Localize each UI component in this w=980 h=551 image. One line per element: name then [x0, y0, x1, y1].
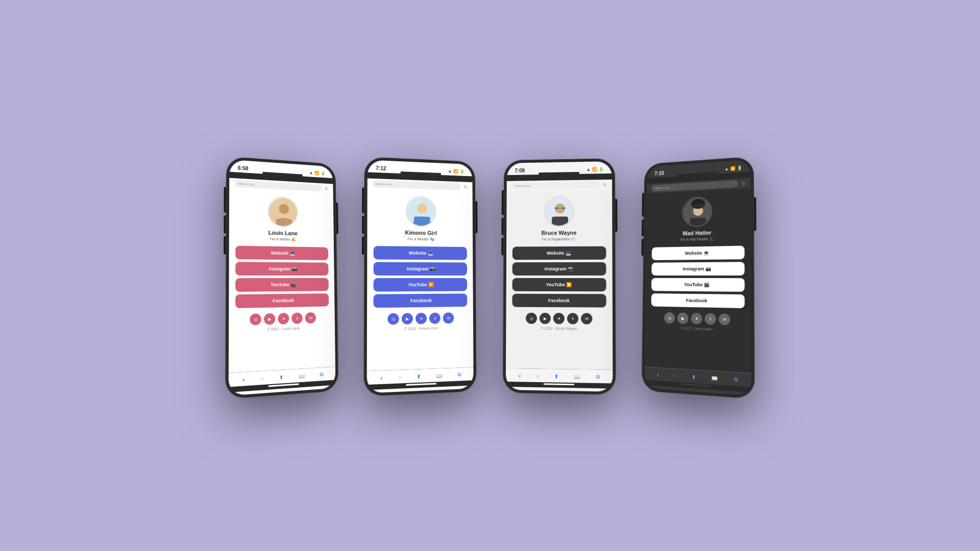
profile-name: Louis Lane [268, 230, 298, 236]
link-button-4[interactable]: Facebook [374, 293, 468, 308]
bookmarks-button[interactable]: 📖 [712, 375, 718, 381]
youtube-social-icon[interactable]: ▶ [677, 313, 689, 324]
volume-down-button[interactable] [224, 217, 226, 233]
link-button-1[interactable]: Website 💻 [652, 246, 745, 260]
volume-down-button[interactable] [501, 219, 503, 234]
phone-frame-4: 7:15 ▲ 📶 🔋 linktree.com ↻ [642, 156, 755, 399]
status-icons: ▲ 📶 🔋 [586, 167, 604, 171]
share-button[interactable]: ⬆ [279, 374, 283, 380]
home-indicator [544, 383, 574, 385]
share-button[interactable]: ⬆ [692, 374, 696, 380]
facebook-social-icon[interactable]: f [705, 313, 716, 325]
back-button[interactable]: ‹ [380, 373, 383, 382]
avatar-container [406, 196, 436, 227]
link-button-4[interactable]: Facebook [512, 294, 606, 308]
volume-up-button[interactable] [642, 203, 644, 217]
link-button-4[interactable]: Facebook [651, 293, 745, 308]
profile-content: Louis Lane I'm a Writer ✍️ Website 💻 Ins… [229, 188, 335, 373]
volume-down-button[interactable] [362, 217, 364, 233]
avatar-container [544, 196, 574, 227]
youtube-social-icon[interactable]: ▶ [540, 313, 551, 324]
refresh-icon[interactable]: ↻ [603, 182, 607, 187]
youtube-social-icon[interactable]: ▶ [402, 313, 413, 324]
avatar-container [268, 196, 298, 228]
mute-switch[interactable] [224, 187, 226, 197]
power-button[interactable] [754, 203, 756, 231]
forward-button[interactable]: › [261, 374, 263, 383]
phone-wrapper-2: 7:12 ▲ 📶 🔋 linktree.com ↻ [365, 158, 477, 393]
power-button[interactable] [615, 204, 617, 232]
link-button-3[interactable]: YouTube 🎬 [235, 278, 329, 292]
share-button[interactable]: ⬆ [416, 373, 421, 379]
email-social-icon[interactable]: ✉ [719, 313, 730, 325]
status-time: 7:15 [654, 170, 664, 176]
profile-name: Kimono Girl [405, 230, 437, 236]
profile-name: Bruce Wayne [542, 230, 577, 236]
link-button-3[interactable]: YouTube ⏺️ [512, 278, 606, 291]
power-button[interactable] [336, 207, 338, 234]
tabs-button[interactable]: ⧉ [457, 371, 461, 378]
email-social-icon[interactable]: ✉ [305, 312, 316, 323]
facebook-social-icon[interactable]: f [567, 313, 578, 324]
phone-wrapper-3: 7:08 ▲ 📶 🔋 linktree.com ↻ [503, 158, 615, 393]
twitter-social-icon[interactable]: ✦ [691, 313, 702, 324]
volume-up-button[interactable] [362, 198, 364, 213]
phone-wrapper-1: 6:58 ▲ 📶 🔋 linktree.com ↻ [227, 158, 339, 393]
volume-up-button[interactable] [224, 197, 226, 213]
share-button[interactable]: ⬆ [554, 373, 558, 379]
power-button[interactable] [475, 206, 477, 233]
instagram-social-icon[interactable]: ◎ [387, 313, 399, 325]
forward-button[interactable]: › [399, 373, 401, 382]
facebook-social-icon[interactable]: f [291, 313, 303, 324]
link-button-3[interactable]: YouTube ▶️ [374, 278, 468, 292]
link-button-3[interactable]: YouTube 🎬 [651, 278, 745, 292]
forward-button[interactable]: › [674, 371, 676, 380]
tabs-button[interactable]: ⧉ [734, 376, 738, 383]
bookmarks-button[interactable]: 📖 [436, 372, 443, 379]
link-button-1[interactable]: Website 💻 [235, 246, 328, 260]
profile-bio: I'm a Model 🧤 [407, 237, 434, 242]
email-social-icon[interactable]: ✉ [581, 313, 592, 324]
twitter-social-icon[interactable]: ✦ [415, 313, 427, 324]
tabs-button[interactable]: ⧉ [596, 373, 600, 380]
bookmarks-button[interactable]: 📖 [574, 373, 580, 379]
forward-button[interactable]: › [536, 372, 539, 380]
back-button[interactable]: ‹ [657, 370, 659, 379]
back-button[interactable]: ‹ [242, 375, 245, 384]
instagram-social-icon[interactable]: ◎ [250, 313, 261, 325]
email-social-icon[interactable]: ✉ [443, 312, 454, 323]
status-icons: ▲ 📶 🔋 [725, 165, 743, 171]
phone-frame-2: 7:12 ▲ 📶 🔋 linktree.com ↻ [363, 157, 476, 396]
profile-content: Bruce Wayne I'm a Superhero 💨 Website 💻 … [506, 190, 612, 370]
refresh-icon[interactable]: ↻ [741, 181, 745, 186]
tabs-button[interactable]: ⧉ [320, 371, 323, 378]
volume-up-button[interactable] [502, 200, 504, 215]
facebook-social-icon[interactable]: f [429, 313, 440, 324]
link-button-1[interactable]: Website 💻 [374, 246, 467, 260]
bookmarks-button[interactable]: 📖 [299, 373, 305, 379]
svg-rect-3 [276, 219, 292, 228]
svg-rect-12 [562, 208, 565, 209]
link-button-1[interactable]: Website 💻 [512, 246, 606, 260]
volume-down-button[interactable] [642, 221, 644, 236]
avatar [268, 196, 298, 228]
mute-switch[interactable] [362, 187, 364, 197]
instagram-social-icon[interactable]: ◎ [664, 312, 675, 323]
twitter-social-icon[interactable]: ✦ [553, 313, 565, 324]
profile-content: Mad Hatter I'm a Hat Model 🎩 Website 💻 I… [645, 188, 751, 373]
youtube-social-icon[interactable]: ▶ [264, 313, 275, 325]
link-button-2[interactable]: Instagram 📸 [235, 262, 328, 276]
link-button-2[interactable]: Instagram 📸 [651, 262, 744, 276]
refresh-icon[interactable]: ↻ [325, 186, 329, 191]
link-button-4[interactable]: Facebook [235, 293, 329, 308]
link-button-2[interactable]: Instagram 📸 [512, 262, 606, 276]
instagram-social-icon[interactable]: ◎ [526, 313, 537, 324]
mute-switch[interactable] [502, 190, 504, 201]
back-button[interactable]: ‹ [519, 371, 521, 380]
refresh-icon[interactable]: ↻ [463, 184, 468, 190]
link-button-2[interactable]: Instagram 📸 [374, 262, 467, 276]
avatar [544, 196, 574, 227]
mute-switch[interactable] [642, 193, 644, 203]
copyright: © 2022 - Louis Lane [267, 327, 300, 331]
twitter-social-icon[interactable]: ✦ [278, 313, 289, 324]
